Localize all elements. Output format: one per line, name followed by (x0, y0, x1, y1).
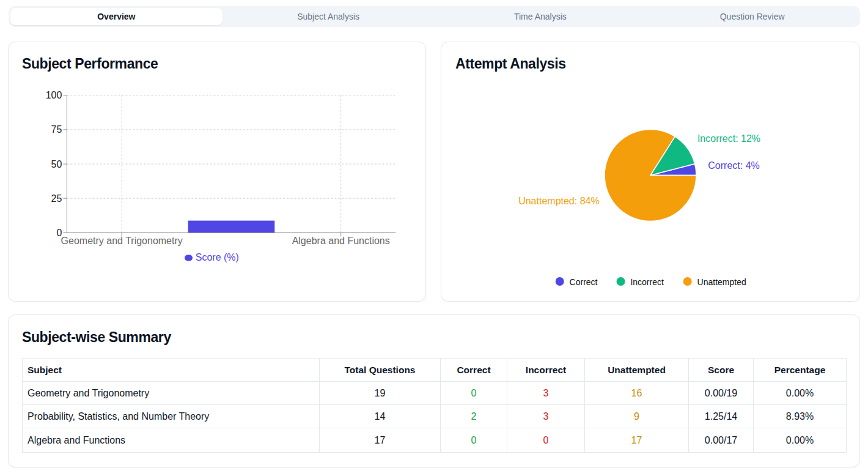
svg-text:Incorrect: Incorrect (630, 277, 664, 287)
svg-text:Unattempted: 84%: Unattempted: 84% (518, 196, 600, 206)
svg-text:Correct: 4%: Correct: 4% (708, 160, 759, 171)
svg-text:Algebra and Functions: Algebra and Functions (292, 236, 390, 246)
svg-text:25: 25 (51, 193, 62, 204)
svg-text:Correct: Correct (570, 277, 598, 287)
svg-text:Score (%): Score (%) (196, 252, 239, 262)
svg-text:50: 50 (51, 159, 62, 169)
svg-text:100: 100 (46, 90, 62, 100)
svg-text:Incorrect: 12%: Incorrect: 12% (697, 133, 760, 144)
svg-text:Geometry and Trigonometry: Geometry and Trigonometry (61, 236, 183, 246)
svg-text:Unattempted: Unattempted (697, 277, 746, 287)
svg-text:75: 75 (51, 124, 62, 135)
